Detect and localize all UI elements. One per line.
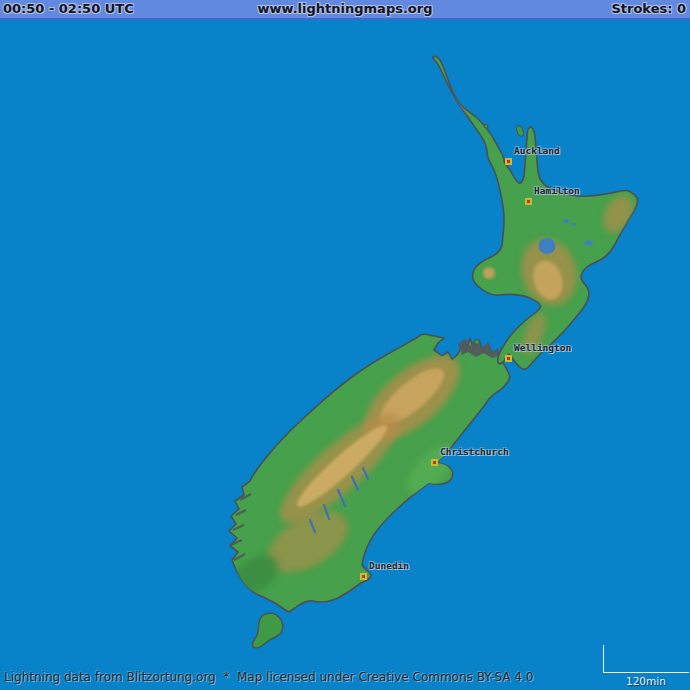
- attribution-text: Lightning data from Blitzortung.org * Ma…: [4, 670, 533, 684]
- lightning-map-new-zealand[interactable]: [0, 0, 690, 690]
- legend-time-label: 120min: [626, 675, 666, 687]
- site-title: www.lightningmaps.org: [0, 1, 690, 17]
- top-status-bar: 00:50 - 02:50 UTC www.lightningmaps.org …: [0, 0, 690, 20]
- lightningmaps-window: 00:50 - 02:50 UTC www.lightningmaps.org …: [0, 0, 690, 690]
- strokes-counter: Strokes: 0: [611, 1, 686, 17]
- legend-x-axis: [603, 672, 689, 673]
- legend-y-axis: [603, 645, 604, 673]
